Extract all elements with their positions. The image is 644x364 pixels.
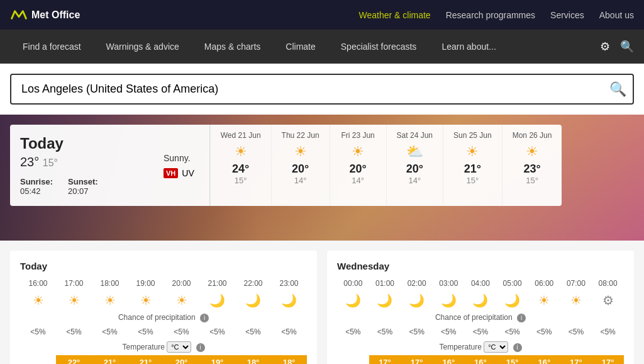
forecast-icon: ☀ bbox=[235, 144, 247, 160]
icons-row: 🌙🌙🌙🌙🌙🌙☀☀⚙ bbox=[337, 290, 624, 310]
weather-icon: ☀ bbox=[104, 293, 116, 307]
logo-text: Met Office bbox=[31, 9, 80, 21]
sec-nav-maps[interactable]: Maps & charts bbox=[192, 30, 273, 64]
forecast-day-1[interactable]: Thu 22 Jun ☀ 20° 14° bbox=[271, 125, 330, 206]
nav-about[interactable]: About us bbox=[599, 10, 634, 20]
weather-icon-cell: 🌙 bbox=[496, 290, 528, 310]
weather-icon-cell: ☀ bbox=[528, 290, 560, 310]
today-low: 15° bbox=[43, 157, 58, 168]
hourly-today-scroll[interactable]: 16:0017:0018:0019:0020:0021:0022:0023:00… bbox=[20, 276, 307, 364]
temp-unit-select[interactable]: °C bbox=[167, 341, 191, 353]
weather-icon: ⚙ bbox=[602, 293, 614, 307]
today-temps: 23° 15° bbox=[20, 155, 138, 169]
hourly-section: Today 16:0017:0018:0019:0020:0021:0022:0… bbox=[0, 241, 644, 364]
nav-research[interactable]: Research programmes bbox=[446, 10, 535, 20]
temp-info-icon[interactable]: i bbox=[196, 343, 205, 352]
weather-icon: ☀ bbox=[176, 293, 187, 307]
sec-nav-learn[interactable]: Learn about... bbox=[429, 30, 508, 64]
forecast-lo: 15° bbox=[467, 176, 479, 185]
hour-header: 05:00 bbox=[496, 276, 528, 290]
forecast-date: Sun 25 Jun bbox=[453, 131, 492, 140]
precip-value: <5% bbox=[199, 325, 235, 339]
nav-weather-climate[interactable]: Weather & climate bbox=[359, 10, 431, 20]
hour-header: 17:00 bbox=[56, 276, 92, 290]
forecast-icon: ☀ bbox=[466, 144, 479, 160]
weather-icon: 🌙 bbox=[409, 293, 425, 307]
precip-value: <5% bbox=[528, 325, 560, 339]
forecast-date: Sat 24 Jun bbox=[397, 131, 433, 140]
forecast-day-2[interactable]: Fri 23 Jun ☀ 20° 14° bbox=[330, 125, 386, 206]
hour-header: 07:00 bbox=[560, 276, 592, 290]
hour-header: 01:00 bbox=[369, 276, 401, 290]
forecast-date: Mon 26 Jun bbox=[513, 131, 552, 140]
temp-value: 21° bbox=[92, 355, 128, 364]
precip-value: <5% bbox=[401, 325, 433, 339]
temp-values-row: 22°21°21°20°19°18°18° bbox=[20, 355, 307, 364]
forecast-lo: 14° bbox=[408, 176, 421, 185]
precip-value: <5% bbox=[271, 325, 307, 339]
sunrise-time: 05:42 bbox=[20, 186, 41, 196]
search-bar-wrapper: 🔍 bbox=[0, 64, 644, 115]
location-search-input[interactable] bbox=[10, 74, 634, 105]
hour-header: 02:00 bbox=[401, 276, 433, 290]
forecast-date: Wed 21 Jun bbox=[221, 131, 261, 140]
hero-section: Today 23° 15° Sunrise: 05:42 Sunset: 20:… bbox=[0, 115, 644, 241]
nav-services[interactable]: Services bbox=[550, 10, 584, 20]
sec-nav-warnings[interactable]: Warnings & advice bbox=[94, 30, 192, 64]
hour-header: 06:00 bbox=[528, 276, 560, 290]
hourly-wed-scroll[interactable]: 00:0001:0002:0003:0004:0005:0006:0007:00… bbox=[337, 276, 624, 364]
forecast-icon: ⛅ bbox=[406, 144, 423, 160]
precip-info-icon[interactable]: i bbox=[517, 314, 526, 322]
precip-value: <5% bbox=[164, 325, 199, 339]
weather-icon-cell: ☀ bbox=[128, 290, 164, 310]
forecast-day-0[interactable]: Wed 21 Jun ☀ 24° 15° bbox=[210, 125, 271, 206]
weather-icon: 🌙 bbox=[441, 293, 457, 307]
forecast-day-5[interactable]: Mon 26 Jun ☀ 23° 15° bbox=[502, 125, 562, 206]
temp-value: 18° bbox=[235, 355, 271, 364]
precip-label: Chance of precipitation i bbox=[20, 310, 307, 325]
sec-nav-find-forecast[interactable]: Find a forecast bbox=[10, 30, 94, 64]
hour-header: 03:00 bbox=[433, 276, 465, 290]
forecast-day-4[interactable]: Sun 25 Jun ☀ 21° 15° bbox=[443, 125, 502, 206]
forecast-date: Thu 22 Jun bbox=[282, 131, 319, 140]
temp-row-spacer bbox=[20, 355, 56, 364]
forecast-hi: 20° bbox=[406, 162, 423, 176]
temp-value: 15° bbox=[496, 355, 528, 364]
today-description: Sunny. bbox=[164, 153, 194, 163]
sec-nav-specialist[interactable]: Specialist forecasts bbox=[328, 30, 430, 64]
precip-values-row: <5%<5%<5%<5%<5%<5%<5%<5% bbox=[20, 325, 307, 339]
weather-icon-cell: 🌙 bbox=[433, 290, 465, 310]
temp-label-row: Temperature °C i bbox=[337, 339, 624, 355]
temp-unit-select[interactable]: °C bbox=[484, 341, 508, 353]
forecast-icon: ☀ bbox=[526, 144, 538, 160]
uv-label: UV bbox=[182, 168, 194, 178]
precip-info-icon[interactable]: i bbox=[200, 314, 209, 322]
search-button[interactable]: 🔍 bbox=[620, 40, 634, 54]
sunset-info: Sunset: 20:07 bbox=[68, 177, 98, 196]
settings-button[interactable]: ⚙ bbox=[600, 40, 610, 54]
weather-icon: ☀ bbox=[69, 293, 80, 307]
top-navigation: Met Office Weather & climate Research pr… bbox=[0, 0, 644, 30]
forecast-day-3[interactable]: Sat 24 Jun ⛅ 20° 14° bbox=[386, 125, 443, 206]
precip-values-row: <5%<5%<5%<5%<5%<5%<5%<5%<5% bbox=[337, 325, 624, 339]
weather-icon-cell: ☀ bbox=[20, 290, 56, 310]
hours-row: 00:0001:0002:0003:0004:0005:0006:0007:00… bbox=[337, 276, 624, 290]
today-card: Today 23° 15° Sunrise: 05:42 Sunset: 20:… bbox=[10, 125, 148, 206]
icons-row: ☀☀☀☀☀🌙🌙🌙 bbox=[20, 290, 307, 310]
today-high: 23° bbox=[20, 155, 39, 169]
precip-value: <5% bbox=[465, 325, 497, 339]
weather-icon: ☀ bbox=[140, 293, 152, 307]
sec-nav-icons: ⚙ 🔍 bbox=[600, 40, 634, 54]
logo[interactable]: Met Office bbox=[10, 9, 80, 21]
temp-info-icon[interactable]: i bbox=[513, 343, 522, 352]
sunrise-info: Sunrise: 05:42 bbox=[20, 177, 53, 196]
temp-value: 17° bbox=[401, 355, 433, 364]
sec-nav-climate[interactable]: Climate bbox=[273, 30, 328, 64]
weather-icon: ☀ bbox=[538, 293, 550, 307]
hourly-wed-card: Wednesday 00:0001:0002:0003:0004:0005:00… bbox=[327, 251, 634, 364]
precip-value: <5% bbox=[128, 325, 164, 339]
forecast-hi: 24° bbox=[232, 162, 249, 176]
weather-icon-cell: ☀ bbox=[560, 290, 592, 310]
today-label: Today bbox=[20, 135, 138, 152]
temp-value: 16° bbox=[433, 355, 465, 364]
